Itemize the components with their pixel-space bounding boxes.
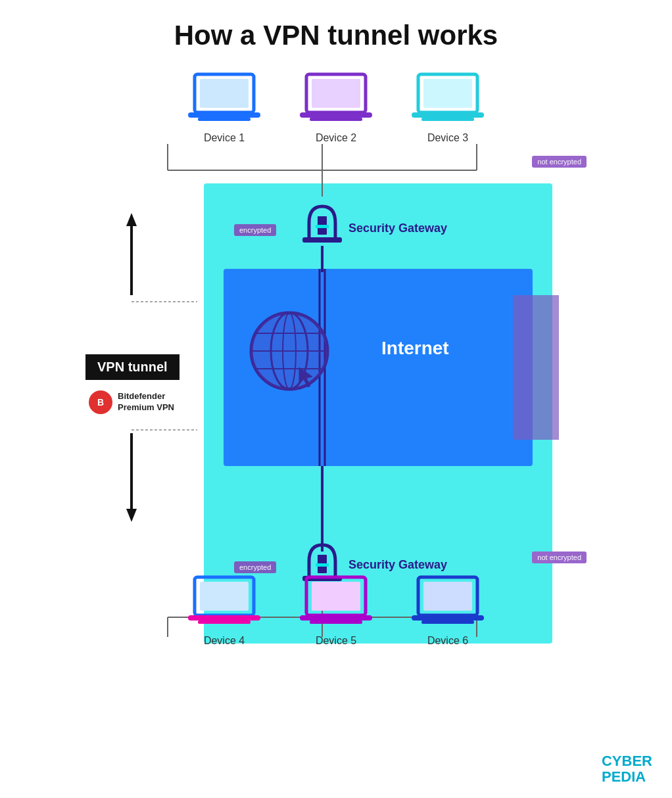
cyberpedia-cyber: CYBER [602, 753, 652, 769]
device-1-item: Device 1 [188, 71, 260, 144]
device-5-label: Device 5 [316, 635, 356, 647]
cyberpedia-pedia: PEDIA [602, 769, 652, 785]
svg-rect-10 [412, 112, 484, 118]
diagram-area: Internet Security Gateway Security Gatew… [0, 144, 672, 683]
device-4-label: Device 4 [204, 635, 245, 647]
svg-rect-5 [312, 79, 360, 108]
device-2-item: Device 2 [300, 71, 372, 144]
device-3-label: Device 3 [427, 132, 468, 144]
devices-bottom-row: Device 4 Device 5 Device 6 [188, 574, 484, 647]
internet-side-accent [513, 295, 559, 440]
devices-top-row: Device 1 Device 2 Device 3 [0, 71, 672, 144]
device-6-icon [412, 574, 484, 630]
page-title: How a VPN tunnel works [0, 0, 672, 64]
device-6-label: Device 6 [427, 635, 468, 647]
bitdefender-icon: B [89, 390, 112, 414]
svg-rect-51 [200, 582, 249, 611]
device-1-icon [188, 71, 260, 127]
svg-rect-7 [310, 118, 362, 121]
svg-rect-56 [300, 615, 372, 621]
svg-rect-2 [188, 112, 260, 118]
device-6-item: Device 6 [412, 574, 484, 647]
svg-rect-57 [310, 621, 362, 624]
svg-rect-3 [198, 118, 251, 121]
device-3-icon [412, 71, 484, 127]
encrypted-badge-top: encrypted [234, 224, 276, 236]
svg-rect-53 [198, 621, 251, 624]
not-encrypted-badge-bottom: not encrypted [532, 552, 587, 563]
svg-rect-60 [412, 615, 484, 621]
device-3-item: Device 3 [412, 71, 484, 144]
svg-rect-11 [421, 118, 474, 121]
svg-rect-59 [423, 582, 472, 611]
bitdefender-text: Bitdefender Premium VPN [118, 391, 174, 413]
cyberpedia-branding: CYBER PEDIA [602, 753, 652, 785]
device-4-item: Device 4 [188, 574, 260, 647]
bitdefender-name-line2: Premium VPN [118, 402, 174, 413]
device-4-icon [188, 574, 260, 630]
svg-rect-61 [421, 621, 474, 624]
internet-label: Internet [381, 338, 449, 359]
device-5-icon [300, 574, 372, 630]
not-encrypted-badge-top: not encrypted [532, 156, 587, 168]
device-5-item: Device 5 [300, 574, 372, 647]
device-2-icon [300, 71, 372, 127]
svg-text:B: B [97, 397, 104, 408]
vpn-tunnel-label: VPN tunnel [85, 354, 180, 380]
svg-rect-1 [200, 79, 249, 108]
svg-rect-52 [188, 615, 260, 621]
encrypted-badge-bottom: encrypted [234, 561, 276, 573]
device-2-label: Device 2 [316, 132, 356, 144]
security-gateway-top-label: Security Gateway [348, 222, 447, 235]
svg-marker-31 [126, 213, 137, 226]
svg-rect-6 [300, 112, 372, 118]
security-gateway-bottom-label: Security Gateway [348, 558, 447, 572]
internet-box [224, 269, 533, 466]
device-1-label: Device 1 [204, 132, 245, 144]
svg-marker-33 [126, 509, 137, 522]
bitdefender-name-line1: Bitdefender [118, 391, 174, 402]
svg-rect-55 [312, 582, 360, 611]
bitdefender-branding: B Bitdefender Premium VPN [89, 390, 174, 414]
svg-rect-9 [423, 79, 472, 108]
